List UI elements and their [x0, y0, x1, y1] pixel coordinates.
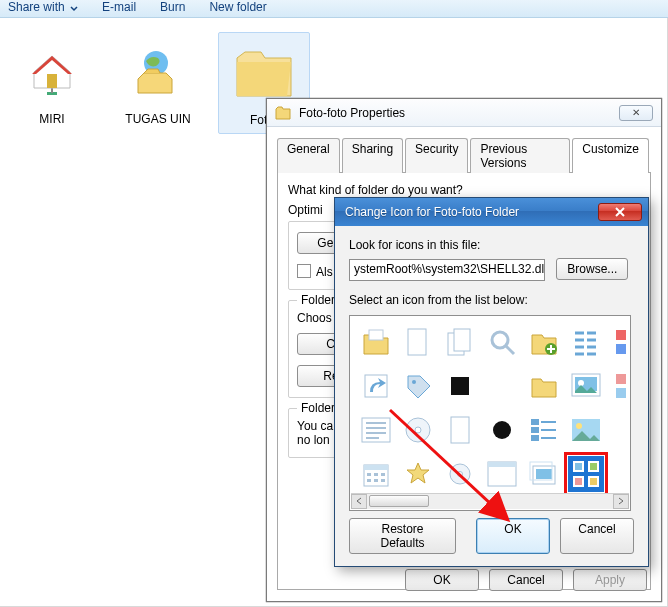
list-lines-icon[interactable]: [568, 324, 604, 360]
folder-icon: [275, 105, 291, 121]
tab-customize[interactable]: Customize: [572, 138, 649, 173]
svg-rect-71: [575, 478, 582, 485]
disc-small-icon[interactable]: [442, 456, 478, 492]
tab-previous-versions[interactable]: Previous Versions: [470, 138, 570, 173]
close-button[interactable]: ✕: [619, 105, 653, 121]
thumbnails-icon[interactable]: [568, 456, 604, 492]
icon-list-scrollbar[interactable]: [351, 493, 629, 509]
svg-rect-31: [616, 388, 626, 398]
black-circle-icon[interactable]: [484, 412, 520, 448]
item-label: TUGAS UIN: [114, 112, 202, 126]
svg-point-39: [415, 427, 421, 433]
folder-add-icon[interactable]: [526, 324, 562, 360]
blank-icon[interactable]: [610, 456, 631, 492]
svg-point-59: [458, 471, 463, 476]
shortcut-icon[interactable]: [358, 368, 394, 404]
svg-point-49: [576, 423, 582, 429]
folder-item-miri[interactable]: MIRI: [6, 32, 98, 134]
svg-rect-2: [47, 74, 57, 88]
apply-button[interactable]: Apply: [573, 569, 647, 591]
svg-rect-55: [367, 479, 371, 482]
chevron-down-icon: [70, 5, 78, 13]
burn-button[interactable]: Burn: [160, 0, 185, 14]
new-folder-button[interactable]: New folder: [209, 0, 266, 14]
svg-rect-56: [374, 479, 378, 482]
svg-rect-61: [488, 462, 516, 467]
explorer-toolbar: Share with E-mail Burn New folder: [0, 0, 668, 18]
email-button[interactable]: E-mail: [102, 0, 136, 14]
scroll-thumb[interactable]: [369, 495, 429, 507]
change-icon-dialog: Change Icon for Foto-foto Folder Look fo…: [334, 197, 649, 567]
calendar-icon[interactable]: [358, 456, 394, 492]
tag-icon[interactable]: [400, 368, 436, 404]
color-grid-icon[interactable]: [610, 324, 631, 360]
globe-folder-icon: [114, 38, 202, 108]
close-icon: [614, 207, 626, 217]
svg-rect-21: [616, 344, 626, 354]
cancel-button[interactable]: Cancel: [489, 569, 563, 591]
svg-rect-20: [630, 330, 631, 340]
folder-pictures-caption: Folder: [297, 293, 339, 307]
svg-point-24: [412, 380, 416, 384]
blank-page-icon[interactable]: [400, 324, 436, 360]
svg-rect-69: [590, 463, 597, 470]
svg-rect-22: [630, 344, 631, 354]
properties-titlebar[interactable]: Foto-foto Properties ✕: [267, 99, 661, 127]
page-icon[interactable]: [442, 412, 478, 448]
icon-path-input[interactable]: ystemRoot%\system32\SHELL32.dll: [349, 259, 545, 281]
svg-rect-52: [367, 473, 371, 476]
browse-button[interactable]: Browse...: [556, 258, 628, 280]
kind-question: What kind of folder do you want?: [288, 183, 640, 197]
photo-stack-icon[interactable]: [526, 456, 562, 492]
cancel-button[interactable]: Cancel: [560, 518, 634, 554]
svg-rect-46: [532, 436, 538, 440]
svg-rect-7: [454, 329, 470, 351]
tab-general[interactable]: General: [277, 138, 340, 173]
scroll-left-button[interactable]: [351, 494, 367, 509]
svg-rect-40: [451, 417, 469, 443]
folder-icon[interactable]: [526, 368, 562, 404]
svg-rect-73: [590, 478, 597, 485]
search-icon[interactable]: [484, 324, 520, 360]
ok-button[interactable]: OK: [476, 518, 550, 554]
color-grid-icon[interactable]: [610, 368, 631, 404]
blank-icon[interactable]: [484, 368, 520, 404]
properties-title: Foto-foto Properties: [299, 106, 611, 120]
svg-rect-53: [374, 473, 378, 476]
svg-rect-32: [630, 388, 631, 398]
scroll-right-button[interactable]: [613, 494, 629, 509]
tab-security[interactable]: Security: [405, 138, 468, 173]
svg-rect-57: [381, 479, 385, 482]
svg-point-8: [492, 332, 508, 348]
svg-rect-42: [532, 420, 538, 424]
svg-rect-5: [408, 329, 426, 355]
house-network-icon: [8, 38, 96, 108]
scroll-track[interactable]: [367, 494, 613, 509]
disc-icon[interactable]: [400, 412, 436, 448]
svg-rect-29: [616, 374, 626, 384]
change-icon-titlebar[interactable]: Change Icon for Foto-foto Folder: [335, 198, 648, 226]
ok-button[interactable]: OK: [405, 569, 479, 591]
svg-rect-54: [381, 473, 385, 476]
svg-line-9: [506, 346, 514, 354]
svg-rect-25: [451, 377, 469, 395]
close-button[interactable]: [598, 203, 642, 221]
tab-sharing[interactable]: Sharing: [342, 138, 403, 173]
landscape-photo-icon[interactable]: [568, 412, 604, 448]
change-icon-title: Change Icon for Foto-foto Folder: [345, 205, 598, 219]
star-icon[interactable]: [400, 456, 436, 492]
list-detail-icon[interactable]: [526, 412, 562, 448]
folder-item-tugas[interactable]: TUGAS UIN: [112, 32, 204, 134]
icon-list[interactable]: [349, 315, 631, 511]
restore-defaults-button[interactable]: Restore Defaults: [349, 518, 456, 554]
window-icon[interactable]: [484, 456, 520, 492]
svg-point-41: [493, 421, 511, 439]
paragraph-icon[interactable]: [358, 412, 394, 448]
share-with-menu[interactable]: Share with: [8, 0, 78, 14]
folder-docs-icon[interactable]: [358, 324, 394, 360]
pages-stack-icon[interactable]: [442, 324, 478, 360]
svg-rect-4: [369, 330, 383, 340]
black-square-icon[interactable]: [442, 368, 478, 404]
blank-icon[interactable]: [610, 412, 631, 448]
photo-frame-icon[interactable]: [568, 368, 604, 404]
